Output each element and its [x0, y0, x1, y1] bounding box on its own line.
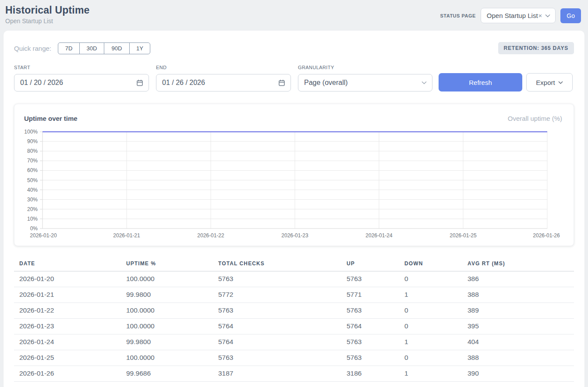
- cell-total-checks: 3187: [213, 366, 341, 382]
- cell-up: 5763: [341, 303, 399, 319]
- chevron-down-icon: [422, 81, 427, 84]
- svg-text:2026-01-24: 2026-01-24: [365, 232, 393, 239]
- table-row: 2026-01-26 99.9686 3187 3186 1 390: [14, 366, 574, 382]
- cell-date: 2026-01-22: [14, 303, 121, 319]
- x-axis-labels: 2026-01-20 2026-01-21 2026-01-22 2026-01…: [30, 232, 560, 239]
- cell-total-checks: 5763: [213, 271, 341, 287]
- y-axis-labels: 100% 90% 80% 70% 60% 50% 40% 30% 20% 10%…: [24, 129, 38, 232]
- col-date: DATE: [14, 257, 121, 271]
- table-row: 2026-01-21 99.9800 5772 5771 1 388: [14, 287, 574, 303]
- quick-range-7d[interactable]: 7D: [58, 42, 80, 54]
- granularity-select[interactable]: Page (overall): [298, 74, 432, 91]
- end-date-value: 01 / 26 / 2026: [162, 79, 205, 87]
- cell-down: 0: [399, 271, 462, 287]
- export-button[interactable]: Export: [526, 73, 573, 91]
- svg-text:80%: 80%: [27, 148, 38, 154]
- refresh-button[interactable]: Refresh: [439, 73, 522, 91]
- svg-text:40%: 40%: [27, 187, 38, 193]
- cell-total-checks: 5772: [213, 287, 341, 303]
- col-total-checks: TOTAL CHECKS: [213, 257, 341, 271]
- main-panel: Quick range: 7D 30D 90D 1Y RETENTION: 36…: [4, 31, 584, 387]
- table-row: 2026-01-20 100.0000 5763 5763 0 386: [14, 271, 574, 287]
- retention-badge: RETENTION: 365 DAYS: [498, 42, 574, 54]
- quick-range-1y[interactable]: 1Y: [129, 42, 150, 54]
- cell-avg-rt: 404: [462, 334, 574, 350]
- cell-avg-rt: 389: [462, 303, 574, 319]
- svg-text:70%: 70%: [27, 158, 38, 164]
- svg-text:10%: 10%: [27, 216, 38, 222]
- col-avg-rt: AVG RT (MS): [462, 257, 574, 271]
- cell-up: 3186: [341, 366, 399, 382]
- start-date-input[interactable]: 01 / 20 / 2026: [14, 74, 149, 91]
- cell-date: 2026-01-21: [14, 287, 121, 303]
- svg-text:20%: 20%: [27, 206, 38, 212]
- table-header: DATE UPTIME % TOTAL CHECKS UP DOWN AVG R…: [14, 257, 574, 271]
- cell-total-checks: 5763: [213, 303, 341, 319]
- cell-avg-rt: 388: [462, 287, 574, 303]
- col-down: DOWN: [399, 257, 462, 271]
- end-date-label: END: [156, 65, 291, 70]
- uptime-chart-card: Uptime over time Overall uptime (%): [14, 104, 574, 246]
- cell-up: 5764: [341, 319, 399, 334]
- cell-uptime: 100.0000: [121, 271, 213, 287]
- cell-down: 0: [399, 319, 462, 334]
- status-page-selected-value: Open Startup List: [487, 12, 538, 19]
- granularity-label: GRANULARITY: [298, 65, 432, 70]
- table-row: 2026-01-25 100.0000 5763 5763 0 388: [14, 350, 574, 366]
- cell-avg-rt: 388: [462, 350, 574, 366]
- cell-uptime: 99.9686: [121, 366, 213, 382]
- uptime-line-chart[interactable]: 100% 90% 80% 70% 60% 50% 40% 30% 20% 10%…: [23, 127, 567, 240]
- status-page-controls: STATUS PAGE Open Startup List × Go: [440, 8, 581, 23]
- svg-text:2026-01-20: 2026-01-20: [30, 232, 57, 239]
- cell-date: 2026-01-26: [14, 366, 121, 382]
- quick-range-30d[interactable]: 30D: [79, 42, 104, 54]
- end-date-input[interactable]: 01 / 26 / 2026: [156, 74, 291, 91]
- end-date-field: END 01 / 26 / 2026: [156, 65, 291, 91]
- cell-date: 2026-01-23: [14, 319, 121, 334]
- chart-legend-label: Overall uptime (%): [508, 115, 562, 122]
- quick-range-row: Quick range: 7D 30D 90D 1Y RETENTION: 36…: [14, 42, 574, 54]
- table-row: 2026-01-24 99.9800 5764 5763 1 404: [14, 334, 574, 350]
- chart-title: Uptime over time: [24, 115, 78, 122]
- cell-uptime: 100.0000: [121, 350, 213, 366]
- col-up: UP: [341, 257, 399, 271]
- clear-selection-icon[interactable]: ×: [538, 12, 542, 19]
- chart-header: Uptime over time Overall uptime (%): [23, 112, 565, 127]
- cell-total-checks: 5763: [213, 350, 341, 366]
- granularity-selected-value: Page (overall): [304, 79, 348, 87]
- svg-text:50%: 50%: [27, 177, 38, 183]
- cell-date: 2026-01-24: [14, 334, 121, 350]
- quick-range-label: Quick range:: [14, 45, 51, 52]
- chevron-down-icon: [545, 14, 550, 18]
- export-button-label: Export: [536, 79, 555, 86]
- svg-text:0%: 0%: [30, 225, 38, 232]
- cell-up: 5771: [341, 287, 399, 303]
- cell-total-checks: 5764: [213, 319, 341, 334]
- status-page-select[interactable]: Open Startup List ×: [481, 8, 556, 23]
- cell-down: 0: [399, 350, 462, 366]
- cell-down: 1: [399, 287, 462, 303]
- cell-avg-rt: 390: [462, 366, 574, 382]
- calendar-icon[interactable]: [278, 79, 285, 86]
- start-date-field: START 01 / 20 / 2026: [14, 65, 149, 91]
- quick-range-90d[interactable]: 90D: [104, 42, 130, 54]
- status-page-label: STATUS PAGE: [440, 13, 476, 18]
- page-header: Historical Uptime Open Startup List STAT…: [0, 0, 588, 25]
- start-date-value: 01 / 20 / 2026: [20, 79, 63, 87]
- go-button[interactable]: Go: [560, 8, 581, 23]
- calendar-icon[interactable]: [136, 79, 143, 86]
- y-axis-ticks: [40, 132, 43, 229]
- quick-range-group: 7D 30D 90D 1Y: [58, 42, 150, 54]
- cell-down: 1: [399, 366, 462, 382]
- cell-avg-rt: 386: [462, 271, 574, 287]
- svg-text:90%: 90%: [27, 138, 38, 144]
- col-uptime: UPTIME %: [121, 257, 213, 271]
- table-row: 2026-01-22 100.0000 5763 5763 0 389: [14, 303, 574, 319]
- granularity-field: GRANULARITY Page (overall): [298, 65, 432, 91]
- filter-form-row: START 01 / 20 / 2026 END 01 / 26 / 2026: [14, 65, 574, 91]
- svg-text:2026-01-21: 2026-01-21: [113, 232, 140, 239]
- svg-text:2026-01-22: 2026-01-22: [197, 232, 224, 239]
- cell-down: 0: [399, 303, 462, 319]
- cell-uptime: 100.0000: [121, 303, 213, 319]
- svg-text:100%: 100%: [24, 129, 38, 135]
